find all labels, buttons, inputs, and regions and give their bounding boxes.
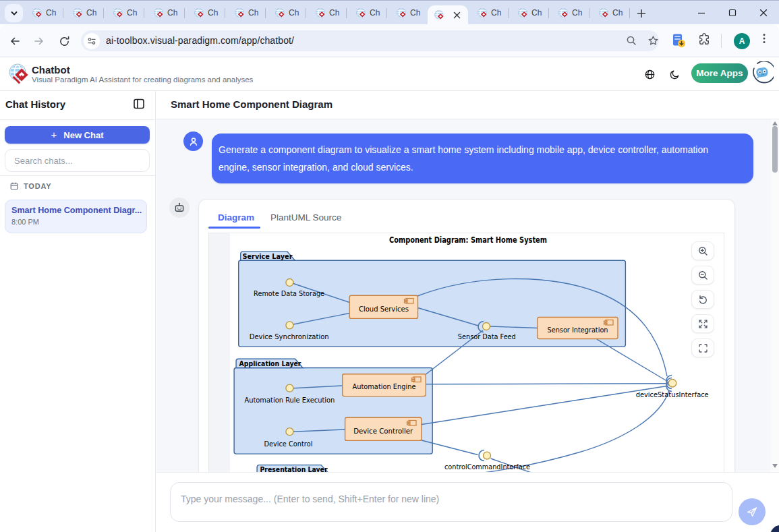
browser-tab[interactable]: Ch xyxy=(589,1,630,25)
forward-icon xyxy=(33,35,45,47)
toolbar-divider xyxy=(721,34,722,48)
browser-tab[interactable]: Ch xyxy=(387,1,428,25)
svg-text:Automation Engine: Automation Engine xyxy=(353,382,416,391)
uml-component-diagram: Component Diagram: Smart Home System Ser… xyxy=(209,233,724,472)
browser-tab[interactable]: Ch xyxy=(144,1,185,25)
chat-messages-area[interactable]: Generate a component diagram to visualiz… xyxy=(156,119,779,472)
send-plane-icon xyxy=(746,506,758,518)
sidebar-divider xyxy=(0,175,156,176)
browser-tab[interactable]: Ch xyxy=(23,1,63,25)
robot-icon xyxy=(173,202,185,214)
chat-section-header: TODAY xyxy=(10,182,51,190)
extensions-button[interactable] xyxy=(697,32,712,47)
reset-view-button[interactable] xyxy=(691,290,714,309)
zoom-out-icon xyxy=(698,270,708,280)
chat-item-title: Smart Home Component Diagr... xyxy=(11,206,145,215)
tab-search-button[interactable] xyxy=(5,4,23,22)
browser-tab[interactable]: Ch xyxy=(549,1,589,25)
sidebar-divider xyxy=(0,119,156,120)
reload-icon xyxy=(59,36,70,47)
download-extension-icon xyxy=(670,32,687,49)
browser-tab[interactable]: Ch xyxy=(468,1,509,25)
svg-text:Device Synchronization: Device Synchronization xyxy=(250,332,329,341)
tab-favicon xyxy=(478,8,488,18)
send-button[interactable] xyxy=(739,498,766,525)
port-device-control xyxy=(286,428,293,436)
svg-text:deviceStatusInterface: deviceStatusInterface xyxy=(636,390,709,399)
close-window-button[interactable] xyxy=(748,1,779,25)
component-sensor-integration: Sensor Integration xyxy=(538,318,618,339)
new-tab-button[interactable] xyxy=(634,6,649,21)
tab-label: Ch xyxy=(531,8,542,18)
chatbot-mascot-icon[interactable] xyxy=(751,61,774,84)
address-bar[interactable]: ai-toolbox.visual-paradigm.com/app/chatb… xyxy=(81,30,659,51)
tab-label: Ch xyxy=(329,8,339,18)
browser-tab[interactable]: Ch xyxy=(266,1,306,25)
browser-tab-active[interactable] xyxy=(428,5,468,25)
tab-favicon xyxy=(397,8,407,18)
minimize-button[interactable] xyxy=(686,1,717,25)
zoom-out-button[interactable] xyxy=(691,266,714,285)
scroll-up-arrow[interactable] xyxy=(772,121,778,125)
back-button[interactable] xyxy=(7,33,23,49)
fullscreen-icon xyxy=(698,343,708,353)
browser-tab[interactable]: Ch xyxy=(509,1,549,25)
browser-tab[interactable]: Ch xyxy=(104,1,144,25)
tab-favicon xyxy=(73,8,83,18)
assistant-avatar xyxy=(169,198,190,218)
maximize-button[interactable] xyxy=(717,1,748,25)
port-automation-rule-execution xyxy=(286,384,293,392)
tab-label: Ch xyxy=(86,8,96,18)
chat-history-item[interactable]: Smart Home Component Diagr...8:00 PM xyxy=(5,200,147,233)
dark-mode-moon-icon[interactable] xyxy=(670,69,680,80)
sidebar-title: Chat History xyxy=(5,98,65,110)
browser-tab-strip: ChChChChChChChChChChChChChCh xyxy=(0,0,779,24)
forward-button[interactable] xyxy=(31,33,47,49)
more-apps-button[interactable]: More Apps xyxy=(691,63,748,83)
browser-tab[interactable]: Ch xyxy=(185,1,225,25)
section-label: TODAY xyxy=(24,182,51,190)
scroll-down-arrow[interactable] xyxy=(772,464,778,468)
svg-text:Remote Data Storage: Remote Data Storage xyxy=(254,289,324,298)
sidebar-collapse-icon[interactable] xyxy=(133,98,145,110)
browser-tab[interactable]: Ch xyxy=(63,1,104,25)
puzzle-icon xyxy=(697,32,712,47)
user-message-bubble: Generate a component diagram to visualiz… xyxy=(212,134,753,183)
zoom-in-button[interactable] xyxy=(691,241,714,260)
scrollbar-thumb[interactable] xyxy=(772,126,778,173)
extension-download-button[interactable] xyxy=(670,32,687,49)
port-device-synchronization xyxy=(286,322,293,329)
browser-menu-button[interactable] xyxy=(759,32,770,45)
tab-label: Ch xyxy=(572,8,582,18)
zoom-icon[interactable] xyxy=(626,35,637,47)
message-input[interactable]: Type your message... (Enter to send, Shi… xyxy=(170,482,732,522)
app-header: Chatbot Visual Paradigm AI Assistant for… xyxy=(0,57,779,91)
language-globe-icon[interactable] xyxy=(645,69,655,80)
component-cloud-services: Cloud Services xyxy=(349,295,417,318)
new-chat-button[interactable]: + New Chat xyxy=(5,126,150,144)
url-text[interactable]: ai-toolbox.visual-paradigm.com/app/chatb… xyxy=(106,35,294,46)
tab-separator xyxy=(629,8,630,18)
fullscreen-button[interactable] xyxy=(691,338,714,357)
fit-screen-button[interactable] xyxy=(691,314,714,333)
browser-tab[interactable]: Ch xyxy=(225,1,266,25)
search-chats-input[interactable]: Search chats... xyxy=(5,149,150,172)
page-scrollbar[interactable] xyxy=(771,119,779,472)
site-settings-button[interactable] xyxy=(84,33,100,49)
browser-tab[interactable]: Ch xyxy=(306,1,347,25)
tab-label: Ch xyxy=(289,8,299,18)
tab-plantuml-source[interactable]: PlantUML Source xyxy=(270,212,341,223)
tab-favicon xyxy=(558,8,569,18)
close-tab-icon[interactable] xyxy=(451,10,462,21)
assistant-response-card: Diagram PlantUML Source Component Diagra… xyxy=(198,199,735,472)
reload-button[interactable] xyxy=(56,33,72,49)
tab-diagram[interactable]: Diagram xyxy=(218,212,254,223)
user-icon xyxy=(188,136,199,147)
reset-rotate-icon xyxy=(698,295,708,305)
svg-text:Service Layer: Service Layer xyxy=(243,252,293,261)
diagram-viewport[interactable]: Component Diagram: Smart Home System Ser… xyxy=(208,233,724,472)
browser-tab[interactable]: Ch xyxy=(347,1,387,25)
profile-avatar[interactable]: A xyxy=(734,33,750,49)
bookmark-star-icon[interactable] xyxy=(647,35,659,47)
svg-text:Cloud Services: Cloud Services xyxy=(359,305,409,314)
